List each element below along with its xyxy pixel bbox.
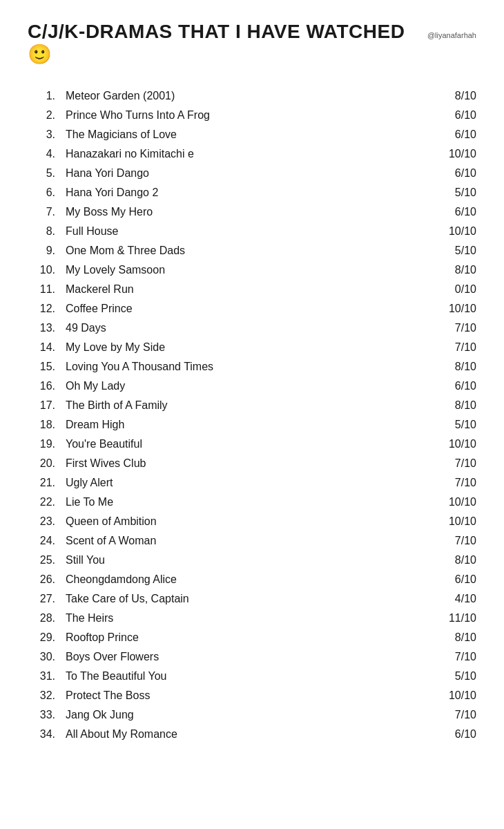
drama-list-item: 17.The Birth of A Family8/10	[28, 396, 476, 415]
drama-rating: 5/10	[435, 419, 476, 431]
drama-list-item: 7.My Boss My Hero6/10	[28, 202, 476, 222]
drama-title: My Boss My Hero	[66, 206, 435, 218]
drama-title: 49 Days	[66, 322, 435, 334]
drama-title: The Heirs	[66, 612, 435, 625]
drama-list-item: 22.Lie To Me10/10	[28, 493, 476, 512]
drama-title: First Wives Club	[66, 457, 435, 470]
drama-number: 13.	[28, 322, 66, 334]
drama-rating: 8/10	[435, 264, 476, 276]
drama-number: 12.	[28, 303, 66, 315]
drama-rating: 10/10	[435, 303, 476, 315]
drama-list-item: 9.One Mom & Three Dads5/10	[28, 241, 476, 260]
drama-list-item: 8.Full House10/10	[28, 222, 476, 241]
drama-number: 11.	[28, 283, 66, 296]
drama-number: 19.	[28, 438, 66, 450]
drama-list-item: 20.First Wives Club7/10	[28, 454, 476, 473]
drama-rating: 8/10	[435, 90, 476, 102]
drama-list-item: 10.My Lovely Samsoon8/10	[28, 260, 476, 280]
drama-number: 4.	[28, 148, 66, 160]
drama-list-item: 26.Cheongdamdong Alice6/10	[28, 570, 476, 589]
drama-title: Boys Over Flowers	[66, 651, 435, 663]
drama-rating: 5/10	[435, 245, 476, 257]
drama-number: 20.	[28, 457, 66, 470]
drama-title: Hana Yori Dango	[66, 167, 435, 180]
drama-title: Protect The Boss	[66, 689, 435, 702]
drama-title: Rooftop Prince	[66, 631, 435, 644]
drama-number: 10.	[28, 264, 66, 276]
drama-rating: 10/10	[435, 225, 476, 238]
drama-rating: 7/10	[435, 477, 476, 489]
drama-rating: 10/10	[435, 148, 476, 160]
drama-title: Meteor Garden (2001)	[66, 90, 435, 102]
drama-list-item: 29.Rooftop Prince8/10	[28, 628, 476, 647]
drama-list-item: 6.Hana Yori Dango 25/10	[28, 183, 476, 202]
drama-list-item: 14.My Love by My Side7/10	[28, 338, 476, 357]
drama-title: My Love by My Side	[66, 341, 435, 354]
drama-title: Queen of Ambition	[66, 515, 435, 528]
drama-list-item: 33.Jang Ok Jung7/10	[28, 705, 476, 725]
drama-list-item: 18.Dream High5/10	[28, 415, 476, 435]
drama-title: You're Beautiful	[66, 438, 435, 450]
drama-list-item: 25.Still You8/10	[28, 551, 476, 570]
drama-number: 15.	[28, 361, 66, 373]
drama-title: My Lovely Samsoon	[66, 264, 435, 276]
drama-rating: 6/10	[435, 128, 476, 141]
drama-title: Oh My Lady	[66, 380, 435, 392]
drama-list-item: 31.To The Beautiful You5/10	[28, 667, 476, 686]
drama-title: Lie To Me	[66, 496, 435, 508]
drama-rating: 4/10	[435, 593, 476, 605]
drama-title: Take Care of Us, Captain	[66, 593, 435, 605]
drama-list-item: 24.Scent of A Woman7/10	[28, 531, 476, 551]
drama-number: 25.	[28, 554, 66, 566]
drama-number: 24.	[28, 535, 66, 547]
drama-list-item: 4.Hanazakari no Kimitachi e10/10	[28, 144, 476, 164]
drama-rating: 5/10	[435, 670, 476, 683]
drama-title: All About My Romance	[66, 728, 435, 741]
drama-number: 33.	[28, 709, 66, 721]
drama-rating: 10/10	[435, 496, 476, 508]
drama-rating: 7/10	[435, 651, 476, 663]
drama-number: 1.	[28, 90, 66, 102]
drama-list-item: 21.Ugly Alert7/10	[28, 473, 476, 493]
drama-list-item: 27.Take Care of Us, Captain4/10	[28, 589, 476, 609]
drama-title: Loving You A Thousand Times	[66, 361, 435, 373]
drama-title: Mackerel Run	[66, 283, 435, 296]
drama-title: Coffee Prince	[66, 303, 435, 315]
drama-rating: 6/10	[435, 728, 476, 741]
drama-title: Dream High	[66, 419, 435, 431]
drama-number: 34.	[28, 728, 66, 741]
drama-number: 16.	[28, 380, 66, 392]
drama-rating: 10/10	[435, 438, 476, 450]
drama-list: 1.Meteor Garden (2001)8/102.Prince Who T…	[28, 86, 476, 744]
drama-rating: 7/10	[435, 535, 476, 547]
drama-title: The Birth of A Family	[66, 399, 435, 412]
drama-title: Hanazakari no Kimitachi e	[66, 148, 435, 160]
drama-number: 29.	[28, 631, 66, 644]
drama-list-item: 13.49 Days7/10	[28, 318, 476, 338]
drama-list-item: 23.Queen of Ambition10/10	[28, 512, 476, 531]
drama-title: Hana Yori Dango 2	[66, 187, 435, 199]
drama-number: 26.	[28, 573, 66, 586]
drama-title: The Magicians of Love	[66, 128, 435, 141]
drama-rating: 0/10	[435, 283, 476, 296]
drama-rating: 6/10	[435, 206, 476, 218]
drama-rating: 8/10	[435, 399, 476, 412]
drama-rating: 7/10	[435, 709, 476, 721]
drama-number: 9.	[28, 245, 66, 257]
drama-rating: 10/10	[435, 689, 476, 702]
drama-title: Full House	[66, 225, 435, 238]
drama-rating: 7/10	[435, 457, 476, 470]
drama-list-item: 32.Protect The Boss10/10	[28, 686, 476, 705]
drama-number: 27.	[28, 593, 66, 605]
drama-rating: 8/10	[435, 361, 476, 373]
drama-rating: 6/10	[435, 167, 476, 180]
page-title: C/J/K-DRAMAS THAT I HAVE WATCHED 🙂	[28, 21, 420, 66]
drama-number: 22.	[28, 496, 66, 508]
drama-list-item: 11.Mackerel Run0/10	[28, 280, 476, 299]
drama-title: Prince Who Turns Into A Frog	[66, 109, 435, 122]
drama-number: 21.	[28, 477, 66, 489]
page-attribution: @liyanafarhah	[427, 31, 476, 39]
drama-rating: 7/10	[435, 322, 476, 334]
drama-rating: 8/10	[435, 631, 476, 644]
drama-number: 18.	[28, 419, 66, 431]
